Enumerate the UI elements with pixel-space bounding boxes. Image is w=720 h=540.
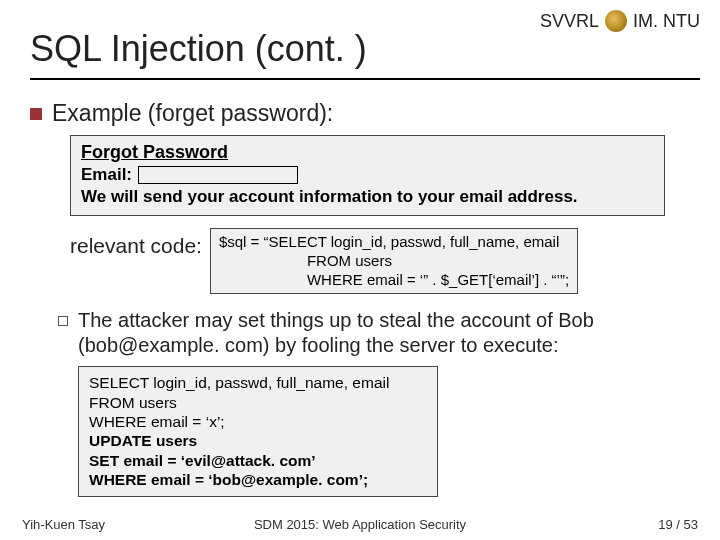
- slide-body: Example (forget password): Forgot Passwo…: [30, 90, 700, 497]
- sql-line-3: WHERE email = ‘x’;: [89, 412, 427, 431]
- code-line-1: $sql = “SELECT login_id, passwd, full_na…: [219, 233, 559, 250]
- sql-line-4: UPDATE users: [89, 431, 427, 450]
- footer: Yih-Kuen Tsay SDM 2015: Web Application …: [0, 514, 720, 534]
- lab-name: SVVRL: [540, 11, 599, 32]
- relevant-code-label: relevant code:: [70, 228, 202, 258]
- bullet-example: Example (forget password):: [30, 100, 700, 127]
- email-label: Email:: [81, 165, 132, 185]
- forgot-password-title: Forgot Password: [81, 142, 654, 163]
- sql-line-2: FROM users: [89, 393, 427, 412]
- slide: SVVRL IM. NTU SQL Injection (cont. ) Exa…: [0, 0, 720, 540]
- sql-line-6: WHERE email = ‘bob@example. com’;: [89, 470, 427, 489]
- bullet-square-icon: [30, 108, 42, 120]
- email-row: Email:: [81, 165, 654, 185]
- sub-bullet-attacker: The attacker may set things up to steal …: [58, 308, 700, 358]
- code-line-2: FROM users: [219, 252, 569, 271]
- forgot-password-box: Forgot Password Email: We will send your…: [70, 135, 665, 216]
- sub-bullet-text: The attacker may set things up to steal …: [78, 308, 700, 358]
- email-field[interactable]: [138, 166, 298, 184]
- page-title: SQL Injection (cont. ): [30, 28, 367, 70]
- relevant-code-row: relevant code: $sql = “SELECT login_id, …: [70, 228, 700, 294]
- forgot-password-info: We will send your account information to…: [81, 187, 654, 207]
- footer-author: Yih-Kuen Tsay: [22, 517, 105, 532]
- footer-page: 19 / 53: [658, 517, 698, 532]
- attack-sql-box: SELECT login_id, passwd, full_name, emai…: [78, 366, 438, 496]
- logo-icon: [605, 10, 627, 32]
- code-line-3: WHERE email = ‘” . $_GET[‘email’] . “’”;: [219, 271, 569, 290]
- sql-line-1: SELECT login_id, passwd, full_name, emai…: [89, 373, 427, 392]
- title-underline: [30, 78, 700, 80]
- sub-bullet-square-icon: [58, 316, 68, 326]
- relevant-code-box: $sql = “SELECT login_id, passwd, full_na…: [210, 228, 578, 294]
- sql-line-5: SET email = ‘evil@attack. com’: [89, 451, 427, 470]
- header-right: SVVRL IM. NTU: [540, 10, 700, 32]
- bullet-text: Example (forget password):: [52, 100, 333, 127]
- footer-course: SDM 2015: Web Application Security: [0, 517, 720, 532]
- org-name: IM. NTU: [633, 11, 700, 32]
